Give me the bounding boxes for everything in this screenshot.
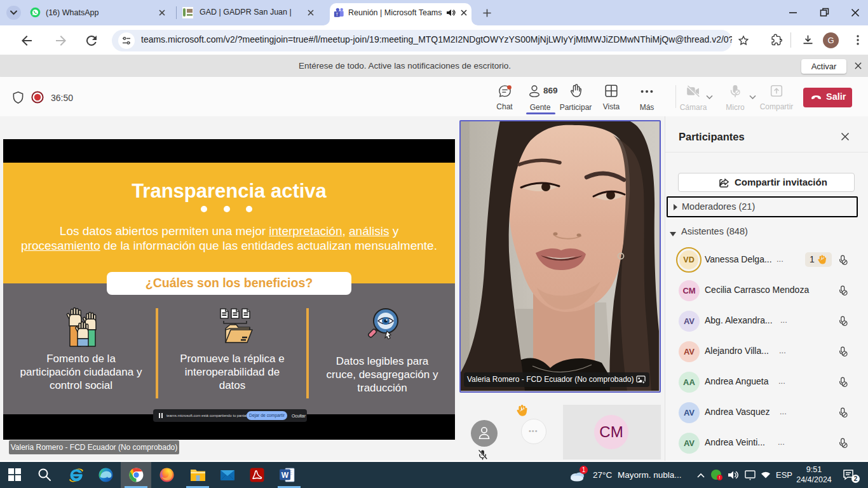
svg-text:W: W: [281, 471, 289, 480]
svg-text:T: T: [336, 12, 338, 17]
